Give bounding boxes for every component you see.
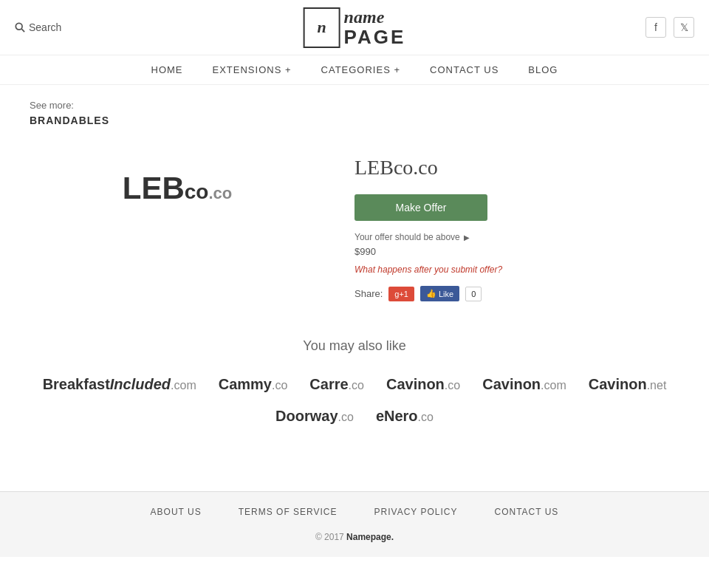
search-label: Search <box>29 21 61 33</box>
offer-price: $990 <box>354 246 679 257</box>
domain-info: LEBco.co Make Offer Your offer should be… <box>354 141 679 301</box>
share-section: Share: g+1 👍 Like 0 <box>354 286 679 301</box>
domain-logo-display: LEBco.co <box>123 171 232 206</box>
offer-arrow-icon: ▶ <box>464 233 470 242</box>
facebook-like-button[interactable]: 👍 Like <box>420 286 459 301</box>
footer: ABOUT US TERMS OF SERVICE PRIVACY POLICY… <box>0 491 709 557</box>
domain-logo-area: LEBco.co <box>30 141 325 236</box>
google-plus-button[interactable]: g+1 <box>388 287 414 301</box>
search-icon <box>15 22 25 33</box>
related-domain-3[interactable]: Cavinon.co <box>386 376 460 393</box>
related-domain-5[interactable]: Cavinon.net <box>589 376 667 393</box>
like-count: 0 <box>465 287 482 301</box>
related-domain-6[interactable]: Doorway.co <box>275 408 354 425</box>
twitter-icon[interactable]: 𝕏 <box>674 17 694 38</box>
offer-faq-link[interactable]: What happens after you submit offer? <box>354 264 679 275</box>
nav-categories[interactable]: CATEGORIES + <box>321 64 400 75</box>
domain-title: LEBco.co <box>354 156 679 180</box>
related-domain-7[interactable]: eNero.co <box>376 408 434 425</box>
nav-extensions[interactable]: EXTENSIONS + <box>213 64 292 75</box>
svg-point-0 <box>16 23 22 30</box>
footer-brand-link[interactable]: Namepage. <box>346 532 394 542</box>
svg-line-1 <box>21 29 24 32</box>
search-button[interactable]: Search <box>15 21 61 33</box>
logo[interactable]: n name PAGE <box>304 7 406 48</box>
also-like-section: You may also like BreakfastIncluded.com … <box>30 338 679 425</box>
logo-icon: n <box>304 7 340 48</box>
main-nav: HOME EXTENSIONS + CATEGORIES + CONTACT U… <box>0 55 709 85</box>
category-link[interactable]: BRANDABLES <box>30 114 679 126</box>
header: Search n name PAGE f 𝕏 <box>0 0 709 55</box>
footer-terms[interactable]: TERMS OF SERVICE <box>239 507 338 517</box>
also-like-title: You may also like <box>30 338 679 354</box>
nav-home[interactable]: HOME <box>151 64 183 75</box>
make-offer-button[interactable]: Make Offer <box>354 194 487 221</box>
see-more-label: See more: <box>30 100 74 111</box>
related-domains-grid: BreakfastIncluded.com Cammy.co Carre.co … <box>30 376 679 425</box>
footer-privacy[interactable]: PRIVACY POLICY <box>374 507 458 517</box>
share-label: Share: <box>354 288 383 299</box>
main-content: See more: BRANDABLES LEBco.co LEBco.co M… <box>0 85 709 454</box>
related-domain-4[interactable]: Cavinon.com <box>482 376 566 393</box>
footer-about[interactable]: ABOUT US <box>151 507 202 517</box>
related-domain-0[interactable]: BreakfastIncluded.com <box>43 376 196 393</box>
breadcrumb: See more: <box>30 100 679 111</box>
facebook-icon[interactable]: f <box>645 17 666 38</box>
nav-blog[interactable]: BLOG <box>528 64 558 75</box>
nav-contact[interactable]: CONTACT US <box>430 64 499 75</box>
related-domain-2[interactable]: Carre.co <box>309 376 364 393</box>
domain-section: LEBco.co LEBco.co Make Offer Your offer … <box>30 141 679 301</box>
footer-nav: ABOUT US TERMS OF SERVICE PRIVACY POLICY… <box>30 507 679 517</box>
related-domain-1[interactable]: Cammy.co <box>219 376 288 393</box>
footer-contact[interactable]: CONTACT US <box>494 507 558 517</box>
logo-text: name PAGE <box>344 7 406 48</box>
footer-copyright: © 2017 Namepage. <box>30 532 679 542</box>
offer-info: Your offer should be above ▶ <box>354 232 679 242</box>
social-links: f 𝕏 <box>645 17 694 38</box>
